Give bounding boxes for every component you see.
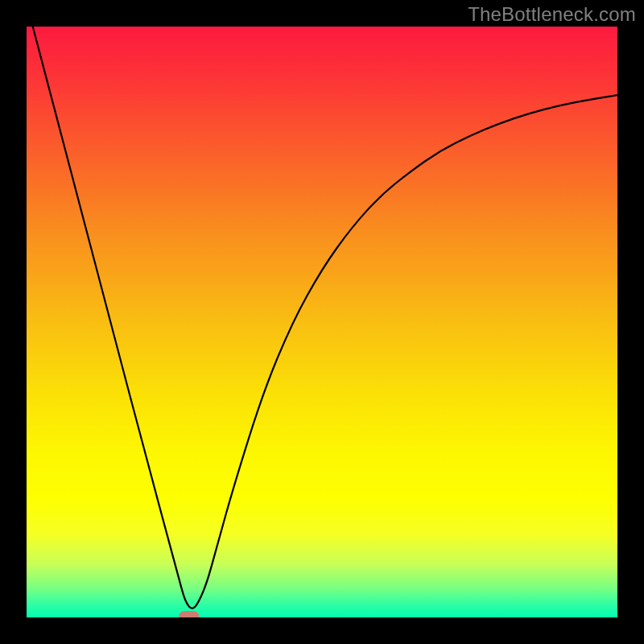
bottleneck-chart <box>0 0 644 644</box>
watermark: TheBottleneck.com <box>468 3 636 26</box>
gradient-background <box>27 27 617 617</box>
chart-container: TheBottleneck.com <box>0 0 644 644</box>
frame-left <box>0 0 27 644</box>
frame-bottom <box>0 617 644 644</box>
plot-area <box>27 3 617 621</box>
frame-right <box>617 0 644 644</box>
